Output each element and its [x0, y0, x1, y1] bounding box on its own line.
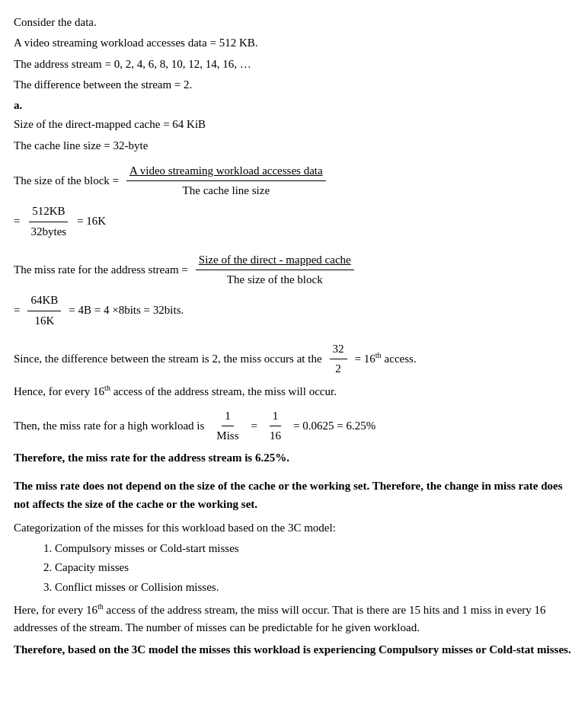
then-label-text: Then, the miss rate for a high workload … [14, 417, 204, 435]
block-fraction: A video streaming workload accesses data… [126, 162, 326, 200]
miss-rate-num: Size of the direct - mapped cache [196, 251, 354, 270]
block-result: = 16K [77, 212, 106, 230]
miss-64kb: 64KB [27, 292, 61, 311]
then-num2: 1 [270, 407, 282, 426]
block-fraction-numerator: A video streaming workload accesses data [126, 162, 326, 181]
then-equals: = [251, 417, 257, 435]
direct-mapped-line: Size of the direct-mapped cache = 64 KiB [14, 116, 571, 133]
miss-rate-equation: The miss rate for the address stream = S… [14, 251, 571, 289]
therefore-result: 6.25%. [252, 452, 289, 464]
then-fraction-miss: 1 Miss [213, 407, 241, 445]
miss-list: Compulsory misses or Cold-start misses C… [55, 540, 571, 596]
content-area: Consider the data. A video streaming wor… [14, 14, 571, 659]
since-access: access. [385, 350, 417, 368]
difference-line: The difference between the stream = 2. [14, 76, 571, 94]
since-fraction: 32 2 [330, 340, 347, 378]
here-line: Here, for every 16th access of the addre… [14, 601, 571, 637]
therefore-bold-text: Therefore, the miss rate for the address… [14, 452, 252, 464]
block-size-equation: The size of the block = A video streamin… [14, 162, 571, 200]
equals-sign: = [14, 212, 20, 230]
since-th: th [375, 349, 382, 368]
cache-line-line: The cache line size = 32-byte [14, 137, 571, 155]
address-stream-line: The address stream = 0, 2, 4, 6, 8, 10, … [14, 56, 571, 73]
miss-rate-fraction: Size of the direct - mapped cache The si… [196, 251, 354, 289]
here-text-start: Here, for every 16 [14, 604, 97, 616]
since-text: Since, the difference between the stream… [14, 350, 322, 368]
block-num: 512KB [29, 203, 68, 222]
hence-text: Hence, for every 16 [14, 385, 104, 397]
since-num: 32 [330, 340, 347, 359]
then-den-16: 16 [267, 426, 284, 445]
miss-rate-calc-fraction: 64KB 16K [27, 292, 61, 330]
then-num1: 1 [222, 407, 234, 426]
block-den: 32bytes [27, 222, 69, 241]
equals-sign2: = [14, 302, 20, 319]
hence-th-sup: th [104, 384, 110, 392]
list-item-2: Capacity misses [55, 559, 571, 576]
then-result: = 0.0625 = 6.25% [293, 417, 375, 435]
here-th-sup: th [97, 602, 104, 611]
since-den: 2 [332, 359, 344, 378]
bold-paragraph: The miss rate does not depend on the siz… [14, 477, 571, 513]
consider-line: Consider the data. [14, 14, 571, 31]
cat-line: Categorization of the misses for this wo… [14, 519, 571, 537]
then-den-miss: Miss [213, 426, 241, 445]
then-fraction-16: 1 16 [267, 407, 284, 445]
list-item-3: Conflict misses or Collision misses. [55, 579, 571, 596]
hence-rest: access of the address stream, the miss w… [110, 385, 337, 397]
miss-result: = 4B = 4 ×8bits = 32bits. [69, 302, 184, 319]
final-bold: Therefore, based on the 3C model the mis… [14, 641, 571, 659]
since-line: Since, the difference between the stream… [14, 340, 571, 378]
list-item-1: Compulsory misses or Cold-start misses [55, 540, 571, 557]
since-eq16: = 16 [355, 350, 375, 368]
miss-rate-calc: = 64KB 16K = 4B = 4 ×8bits = 32bits. [14, 292, 571, 330]
video-workload-line: A video streaming workload accesses data… [14, 34, 571, 52]
then-line: Then, the miss rate for a high workload … [14, 407, 571, 445]
block-size-fraction: 512KB 32bytes [27, 203, 69, 241]
therefore-line: Therefore, the miss rate for the address… [14, 449, 571, 467]
block-label-text: The size of the block = [14, 172, 119, 190]
block-fraction-denominator: The cache line size [180, 181, 273, 199]
miss-rate-den: The size of the block [224, 270, 326, 289]
miss-16k: 16K [31, 311, 57, 330]
block-size-calc: = 512KB 32bytes = 16K [14, 203, 571, 241]
hence-line: Hence, for every 16th access of the addr… [14, 382, 571, 400]
miss-rate-label-text: The miss rate for the address stream = [14, 261, 188, 279]
since-th-sup: th [375, 351, 382, 359]
section-a-label: a. [14, 97, 571, 114]
